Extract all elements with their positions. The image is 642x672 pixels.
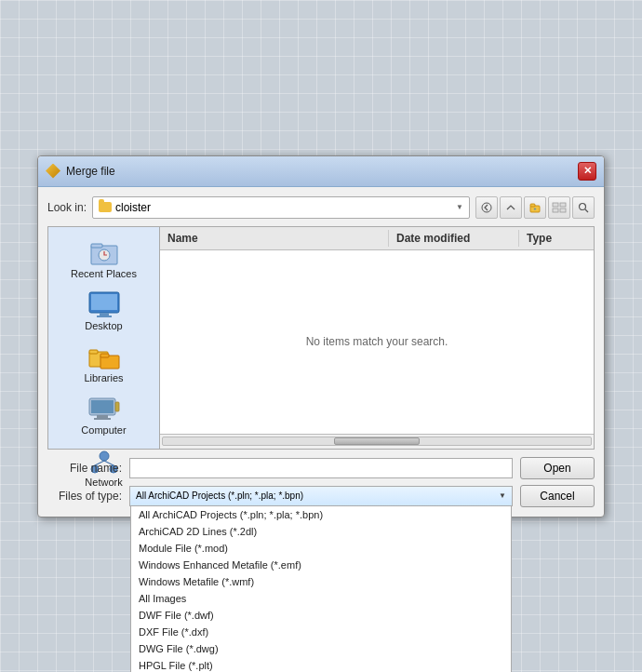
sidebar-item-recent-places[interactable]: Recent Places — [52, 235, 155, 283]
dropdown-option-5[interactable]: All Images — [131, 590, 511, 607]
dialog-title: Merge file — [66, 165, 115, 178]
col-date-header: Date modified — [389, 230, 519, 247]
file-name-input[interactable] — [129, 458, 513, 478]
folder-icon — [99, 202, 112, 212]
file-header: Name Date modified Type — [160, 227, 594, 250]
files-of-type-dropdown[interactable]: All ArchiCAD Projects (*.pln; *.pla; *.b… — [129, 486, 513, 506]
merge-file-dialog: Merge file ✕ Look in: cloister ▼ + — [37, 155, 605, 517]
scrollbar-thumb[interactable] — [334, 437, 420, 445]
svg-rect-16 — [97, 316, 112, 317]
svg-rect-15 — [100, 313, 109, 316]
file-content-empty: No items match your search. — [160, 250, 594, 434]
scrollbar-area[interactable] — [160, 434, 594, 449]
new-folder-button[interactable]: + — [524, 196, 546, 219]
col-name-header: Name — [160, 230, 389, 247]
svg-rect-24 — [94, 418, 111, 420]
computer-icon — [87, 395, 121, 423]
look-in-dropdown[interactable]: cloister ▼ — [92, 196, 470, 219]
close-button[interactable]: ✕ — [578, 162, 596, 181]
view-button[interactable] — [548, 196, 570, 219]
svg-rect-4 — [553, 203, 558, 207]
files-of-type-label: Files of type: — [47, 490, 122, 503]
main-area: Recent Places Desktop — [47, 226, 595, 450]
dropdown-option-0[interactable]: All ArchiCAD Projects (*.pln; *.pla; *.b… — [131, 506, 511, 523]
dropdown-option-9[interactable]: HPGL File (*.plt) — [131, 657, 511, 673]
svg-rect-20 — [100, 354, 109, 357]
files-of-type-menu: All ArchiCAD Projects (*.pln; *.pla; *.b… — [130, 505, 512, 673]
sidebar-label-libraries: Libraries — [84, 372, 123, 383]
dropdown-option-7[interactable]: DXF File (*.dxf) — [131, 624, 511, 640]
file-name-row: File name: Open — [47, 457, 595, 479]
sidebar-item-computer[interactable]: Computer — [52, 391, 155, 439]
title-bar: Merge file ✕ — [38, 156, 604, 187]
files-of-type-row: Files of type: All ArchiCAD Projects (*.… — [47, 485, 595, 507]
dialog-body: Look in: cloister ▼ + — [38, 187, 604, 517]
form-section: File name: Open Files of type: All Archi… — [47, 457, 595, 507]
sidebar: Recent Places Desktop — [48, 227, 160, 449]
up-button[interactable] — [500, 196, 522, 219]
sidebar-label-desktop: Desktop — [85, 320, 122, 331]
sidebar-label-computer: Computer — [81, 424, 126, 436]
toolbar-buttons: + — [475, 196, 595, 219]
recent-places-icon — [87, 238, 121, 266]
svg-rect-23 — [97, 415, 108, 418]
look-in-row: Look in: cloister ▼ + — [47, 196, 595, 219]
dialog-icon — [46, 164, 60, 179]
file-name-label: File name: — [47, 462, 122, 475]
svg-rect-6 — [553, 208, 558, 212]
title-bar-left: Merge file — [46, 164, 115, 179]
chevron-down-icon: ▼ — [456, 203, 463, 211]
svg-rect-11 — [91, 244, 102, 248]
dropdown-option-2[interactable]: Module File (*.mod) — [131, 540, 511, 557]
look-in-value: cloister — [115, 201, 452, 214]
svg-rect-14 — [91, 294, 117, 310]
svg-text:+: + — [534, 206, 537, 211]
sidebar-label-recent: Recent Places — [71, 268, 137, 279]
svg-rect-7 — [560, 208, 566, 212]
svg-rect-25 — [115, 402, 119, 411]
chevron-down-icon: ▼ — [499, 491, 506, 500]
svg-rect-5 — [560, 203, 566, 207]
sidebar-item-libraries[interactable]: Libraries — [52, 339, 155, 387]
scrollbar-track[interactable] — [162, 437, 592, 446]
desktop-icon — [87, 290, 121, 318]
open-button[interactable]: Open — [520, 457, 595, 479]
sidebar-item-desktop[interactable]: Desktop — [52, 287, 155, 335]
files-of-type-value: All ArchiCAD Projects (*.pln; *.pla; *.b… — [136, 491, 303, 501]
bottom-row: File name: Open Files of type: All Archi… — [47, 457, 595, 507]
file-panel: Name Date modified Type No items match y… — [160, 227, 594, 449]
col-type-header: Type — [519, 230, 594, 247]
dropdown-option-3[interactable]: Windows Enhanced Metafile (*.emf) — [131, 557, 511, 573]
dropdown-option-4[interactable]: Windows Metafile (*.wmf) — [131, 573, 511, 590]
cancel-button[interactable]: Cancel — [520, 485, 595, 507]
dropdown-option-1[interactable]: ArchiCAD 2D Lines (*.2dl) — [131, 523, 511, 540]
search-button[interactable] — [572, 196, 595, 219]
svg-point-8 — [580, 203, 586, 209]
svg-rect-18 — [89, 350, 98, 354]
svg-point-0 — [482, 203, 491, 212]
dropdown-option-6[interactable]: DWF File (*.dwf) — [131, 607, 511, 624]
empty-message: No items match your search. — [306, 335, 448, 348]
libraries-icon — [87, 343, 121, 370]
svg-rect-22 — [91, 400, 114, 413]
back-button[interactable] — [475, 196, 498, 219]
dropdown-option-8[interactable]: DWG File (*.dwg) — [131, 640, 511, 657]
look-in-label: Look in: — [47, 201, 87, 214]
svg-line-9 — [585, 209, 588, 212]
